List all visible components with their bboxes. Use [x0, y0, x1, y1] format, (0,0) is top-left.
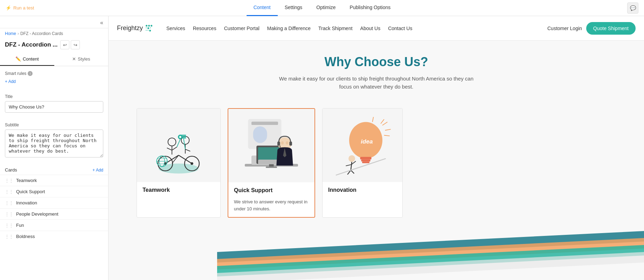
pencil-icon: ✏️	[15, 56, 21, 62]
subtitle-section: Subtitle We make it easy for our clients…	[0, 118, 108, 164]
cards-label: Cards	[5, 167, 17, 173]
hero-section: Why Choose Us? We make it easy for our c…	[109, 41, 644, 108]
sidebar: « Home › DFZ - Accordion Cards DFZ - Acc…	[0, 16, 109, 280]
support-illustration	[238, 112, 305, 179]
svg-rect-19	[181, 135, 186, 139]
tab-styles-sidebar[interactable]: ✕ Styles	[54, 53, 109, 66]
title-label: Title	[5, 94, 103, 99]
redo-button[interactable]: ↪	[71, 40, 80, 49]
top-bar: ⚡ Run a test Content Settings Optimize P…	[0, 0, 644, 16]
collapse-button[interactable]: «	[100, 20, 103, 26]
cards-list: ⋮⋮ Teamwork ⋮⋮ Quick Support ⋮⋮ Innovati…	[0, 175, 108, 242]
svg-line-50	[346, 164, 352, 166]
svg-line-55	[384, 135, 390, 136]
title-input[interactable]	[5, 101, 103, 113]
card-item-innovation[interactable]: ⋮⋮ Innovation	[0, 197, 108, 208]
stripes-svg	[217, 217, 644, 280]
nav-customer-portal[interactable]: Customer Portal	[224, 26, 259, 31]
card-support-image	[228, 109, 314, 182]
drag-handle-icon: ⋮⋮	[5, 178, 13, 183]
tab-content[interactable]: Content	[247, 0, 278, 16]
svg-point-8	[168, 138, 176, 146]
svg-rect-36	[277, 142, 280, 146]
svg-rect-43	[360, 157, 371, 160]
sidebar-header: «	[0, 16, 108, 28]
svg-rect-26	[251, 122, 278, 125]
quote-shipment-button[interactable]: Quote Shipment	[586, 22, 636, 35]
top-bar-right: 💬	[627, 2, 638, 14]
section-title: Why Choose Us?	[137, 55, 616, 69]
svg-line-12	[177, 139, 180, 147]
title-section: Title	[0, 89, 108, 118]
nav-services[interactable]: Services	[166, 26, 185, 31]
nav-making-difference[interactable]: Making a Difference	[267, 26, 311, 31]
svg-line-54	[385, 129, 391, 130]
svg-line-17	[185, 149, 190, 151]
card-item-fun[interactable]: ⋮⋮ Fun	[0, 219, 108, 231]
svg-rect-44	[361, 160, 371, 162]
svg-rect-45	[362, 162, 369, 163]
drag-handle-icon: ⋮⋮	[5, 223, 13, 228]
preview-area: Freightzy	[109, 16, 644, 280]
drag-handle-icon: ⋮⋮	[5, 212, 13, 217]
run-test-button[interactable]: ⚡ Run a test	[6, 5, 34, 10]
svg-line-7	[172, 155, 179, 164]
cards-preview-row: Teamwork	[109, 108, 644, 218]
nav-contact-us[interactable]: Contact Us	[388, 26, 412, 31]
svg-rect-33	[266, 167, 277, 168]
drag-handle-icon: ⋮⋮	[5, 189, 13, 194]
card-item-teamwork[interactable]: ⋮⋮ Teamwork	[0, 175, 108, 186]
svg-point-46	[348, 155, 355, 162]
svg-rect-27	[253, 126, 267, 143]
tab-content-sidebar[interactable]: ✏️ Content	[0, 53, 54, 66]
preview-card-teamwork[interactable]: Teamwork	[137, 108, 221, 218]
run-test-icon: ⚡	[6, 5, 11, 10]
svg-line-52	[336, 159, 386, 175]
nav-right: Customer Login Quote Shipment	[547, 22, 636, 35]
nav-about-us[interactable]: About Us	[360, 26, 381, 31]
svg-rect-37	[289, 142, 292, 146]
breadcrumb: Home › DFZ - Accordion Cards	[0, 28, 108, 39]
nav-track-shipment[interactable]: Track Shipment	[318, 26, 353, 31]
undo-button[interactable]: ↩	[60, 40, 69, 49]
drag-handle-icon: ⋮⋮	[5, 201, 13, 205]
card-item-quick-support[interactable]: ⋮⋮ Quick Support	[0, 186, 108, 197]
smart-rules-section: Smart rules i + Add	[0, 66, 108, 89]
customer-login-link[interactable]: Customer Login	[547, 26, 582, 31]
section-subtitle: We make it easy for our clients to ship …	[278, 75, 475, 91]
site-logo: Freightzy	[117, 24, 152, 32]
tab-optimize[interactable]: Optimize	[309, 0, 342, 16]
content-styles-tabs: ✏️ Content ✕ Styles	[0, 53, 108, 66]
card-item-boldness[interactable]: ⋮⋮ Boldness	[0, 231, 108, 242]
tab-settings[interactable]: Settings	[278, 0, 310, 16]
svg-point-39	[281, 141, 284, 145]
svg-line-56	[373, 117, 374, 122]
breadcrumb-home[interactable]: Home	[5, 31, 16, 36]
top-tabs: Content Settings Optimize Publishing Opt…	[247, 0, 398, 16]
quick-support-card-label: Quick Support	[228, 182, 314, 198]
svg-text:idea: idea	[361, 138, 373, 145]
main-layout: « Home › DFZ - Accordion Cards DFZ - Acc…	[0, 16, 644, 280]
svg-line-49	[351, 170, 354, 174]
subtitle-label: Subtitle	[5, 122, 103, 127]
preview-card-innovation[interactable]: idea	[322, 108, 403, 218]
card-item-people-development[interactable]: ⋮⋮ People Development	[0, 208, 108, 219]
undo-redo-controls: ↩ ↪	[60, 40, 80, 49]
preview-card-quick-support[interactable]: Quick Support We strive to answer every …	[228, 108, 315, 218]
x-icon: ✕	[72, 56, 76, 62]
breadcrumb-current: DFZ - Accordion Cards	[20, 31, 63, 36]
add-card-button[interactable]: + Add	[92, 168, 103, 173]
card-innovation-image: idea	[323, 108, 402, 182]
drag-handle-icon: ⋮⋮	[5, 234, 13, 239]
card-teamwork-image	[137, 108, 220, 182]
quick-support-card-desc: We strive to answer every request in und…	[228, 198, 314, 217]
page-title: DFZ - Accordion ... ↩ ↪	[0, 39, 108, 53]
smart-rules-add[interactable]: + Add	[5, 79, 16, 84]
subtitle-input[interactable]: We make it easy for our clients to ship …	[5, 130, 103, 158]
chat-icon-button[interactable]: 💬	[627, 2, 638, 14]
innovation-illustration: idea	[329, 112, 396, 178]
nav-resources[interactable]: Resources	[193, 26, 216, 31]
tab-publishing-options[interactable]: Publishing Options	[343, 0, 398, 16]
svg-point-14	[179, 136, 181, 138]
teamwork-card-label: Teamwork	[137, 182, 220, 198]
